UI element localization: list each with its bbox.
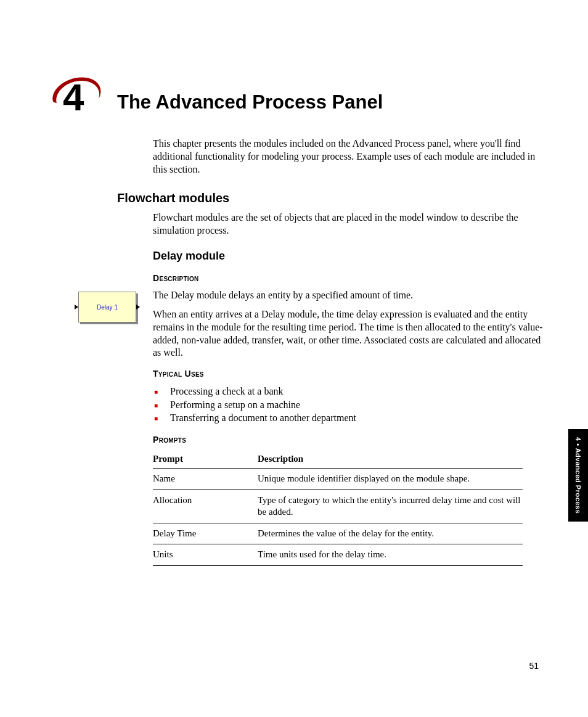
prompt-cell: Units [153, 544, 258, 566]
typical-uses-list: Processing a check at a bank Performing … [166, 385, 356, 425]
delay-module-figure: Delay 1 [78, 292, 136, 322]
desc-cell: Time units used for the delay time. [258, 544, 523, 566]
table-row: Units Time units used for the delay time… [153, 544, 523, 566]
output-port-icon [136, 305, 140, 309]
prompt-cell: Delay Time [153, 523, 258, 544]
chapter-intro: This chapter presents the modules includ… [153, 137, 547, 176]
prompt-cell: Allocation [153, 490, 258, 523]
desc-cell: Unique module identifier displayed on th… [258, 469, 523, 490]
description-p2: When an entity arrives at a Delay module… [153, 308, 547, 359]
page: 4 The Advanced Process Panel This chapte… [0, 0, 588, 717]
thumb-tab: 4 • Advanced Process [568, 429, 588, 522]
delay-module-label: Delay 1 [97, 304, 118, 311]
thumb-tab-label: 4 • Advanced Process [574, 437, 582, 514]
page-number: 51 [529, 661, 539, 671]
runhead-description: Description [153, 273, 199, 283]
desc-cell: Determines the value of the delay for th… [258, 523, 523, 544]
desc-cell: Type of category to which the entity's i… [258, 490, 523, 523]
chapter-title: The Advanced Process Panel [117, 91, 383, 113]
list-item: Processing a check at a bank [166, 385, 356, 398]
prompts-table: Prompt Description Name Unique module id… [153, 450, 523, 566]
table-header-prompt: Prompt [153, 450, 258, 469]
prompt-cell: Name [153, 469, 258, 490]
input-port-icon [75, 305, 78, 309]
section-heading-flowchart: Flowchart modules [117, 191, 229, 205]
runhead-prompts: Prompts [153, 435, 186, 445]
table-row: Delay Time Determines the value of the d… [153, 523, 523, 544]
runhead-typical-uses: Typical Uses [153, 369, 204, 379]
description-p1: The Delay module delays an entity by a s… [153, 289, 547, 302]
chapter-number: 4 [63, 75, 84, 119]
table-row: Name Unique module identifier displayed … [153, 469, 523, 490]
table-header-description: Description [258, 450, 523, 469]
table-row: Allocation Type of category to which the… [153, 490, 523, 523]
subsection-heading-delay: Delay module [153, 250, 225, 263]
flowchart-body: Flowchart modules are the set of objects… [153, 211, 547, 237]
list-item: Transferring a document to another depar… [166, 411, 356, 425]
list-item: Performing a setup on a machine [166, 398, 356, 412]
